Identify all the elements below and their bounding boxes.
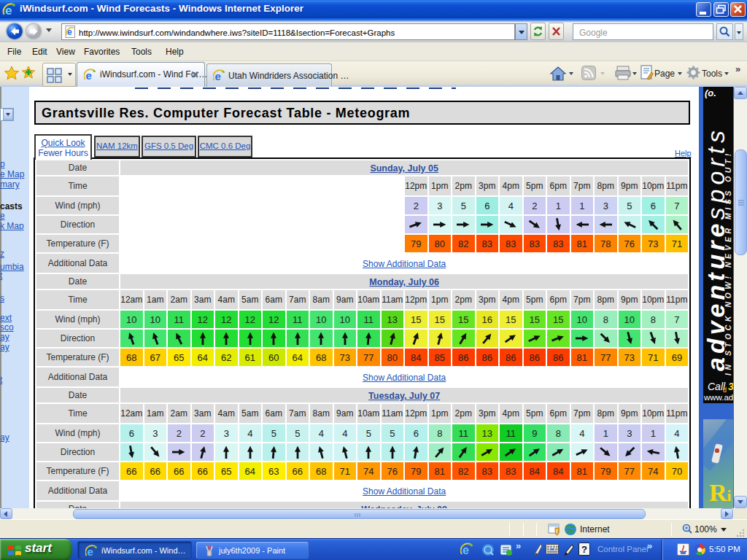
svg-text:!: ! [556,529,557,534]
